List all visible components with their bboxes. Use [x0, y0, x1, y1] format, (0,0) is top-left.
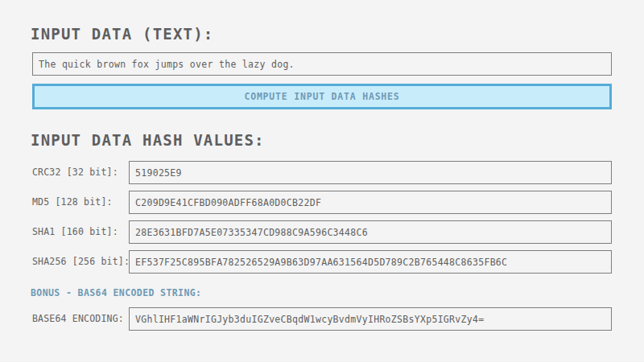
base64-value-field[interactable]	[129, 307, 612, 331]
md5-value-field[interactable]	[129, 191, 612, 214]
sha1-value-field[interactable]	[129, 220, 612, 244]
base64-label: BASE64 ENCODING:	[32, 307, 127, 331]
sha1-label: SHA1 [160 bit]:	[32, 220, 127, 244]
crc32-label: CRC32 [32 bit]:	[32, 161, 127, 184]
hash-values-heading: INPUT DATA HASH VALUES:	[31, 131, 265, 149]
md5-label: MD5 [128 bit]:	[32, 191, 127, 214]
hash-calculator-page: INPUT DATA (TEXT): COMPUTE INPUT DATA HA…	[0, 0, 644, 362]
compute-hashes-button[interactable]: COMPUTE INPUT DATA HASHES	[32, 84, 612, 109]
input-data-text-field[interactable]	[32, 52, 612, 76]
sha256-value-field[interactable]	[129, 250, 612, 274]
bonus-base64-heading: BONUS - BAS64 ENCODED STRING:	[31, 287, 201, 298]
sha256-label: SHA256 [256 bit]:	[32, 250, 127, 274]
input-data-heading: INPUT DATA (TEXT):	[31, 25, 214, 43]
crc32-value-field[interactable]	[129, 161, 612, 184]
